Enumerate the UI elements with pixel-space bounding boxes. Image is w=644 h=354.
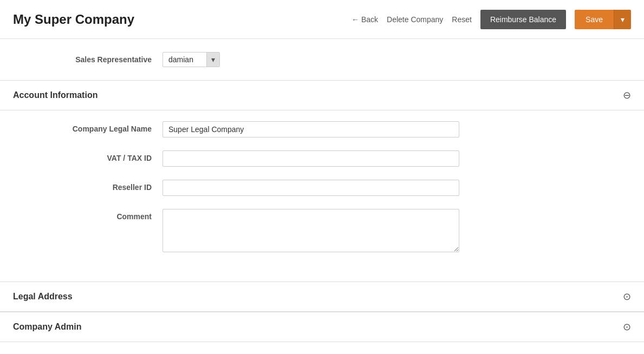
- comment-row: Comment: [54, 209, 590, 252]
- company-legal-name-input[interactable]: [162, 121, 459, 137]
- legal-address-section: Legal Address ⊙: [0, 281, 644, 312]
- sales-rep-label: Sales Representative: [54, 55, 152, 64]
- legal-address-toggle-icon: ⊙: [623, 291, 631, 303]
- sales-rep-value: damian: [163, 53, 206, 67]
- sales-rep-select[interactable]: damian ▾: [162, 52, 220, 67]
- header-actions: ← Back Delete Company Reset Reimburse Ba…: [352, 10, 631, 29]
- back-arrow-icon: ←: [352, 15, 359, 24]
- account-info-toggle-icon: ⊖: [623, 89, 631, 101]
- chevron-down-icon[interactable]: ▾: [206, 53, 219, 67]
- company-legal-name-row: Company Legal Name: [54, 121, 590, 137]
- page-title: My Super Company: [13, 12, 352, 27]
- account-info-title: Account Information: [13, 90, 97, 100]
- reseller-id-label: Reseller ID: [54, 180, 152, 192]
- reseller-id-input[interactable]: [162, 180, 459, 196]
- vat-tax-id-row: VAT / TAX ID: [54, 150, 590, 167]
- legal-address-title: Legal Address: [13, 292, 73, 301]
- sales-rep-row: Sales Representative damian ▾: [0, 39, 644, 80]
- main-content: Sales Representative damian ▾ Account In…: [0, 39, 644, 342]
- save-button-group: Save ▾: [575, 10, 631, 29]
- save-dropdown-icon: ▾: [621, 15, 625, 24]
- save-button[interactable]: Save: [575, 10, 614, 29]
- header: My Super Company ← Back Delete Company R…: [0, 0, 644, 39]
- company-admin-section-header[interactable]: Company Admin ⊙: [0, 312, 644, 342]
- reset-button[interactable]: Reset: [452, 15, 472, 24]
- reimburse-balance-button[interactable]: Reimburse Balance: [480, 10, 566, 29]
- legal-address-section-header[interactable]: Legal Address ⊙: [0, 282, 644, 312]
- vat-tax-id-label: VAT / TAX ID: [54, 150, 152, 162]
- save-dropdown-button[interactable]: ▾: [614, 10, 631, 29]
- reseller-id-row: Reseller ID: [54, 180, 590, 196]
- company-admin-title: Company Admin: [13, 322, 82, 332]
- account-info-section-header[interactable]: Account Information ⊖: [0, 81, 644, 110]
- company-legal-name-label: Company Legal Name: [54, 121, 152, 133]
- back-button[interactable]: ← Back: [352, 15, 378, 24]
- account-info-fields: Company Legal Name VAT / TAX ID Reseller…: [0, 110, 644, 281]
- comment-label: Comment: [54, 209, 152, 221]
- back-label: Back: [361, 15, 378, 24]
- company-admin-section: Company Admin ⊙: [0, 312, 644, 342]
- company-admin-toggle-icon: ⊙: [623, 321, 631, 333]
- vat-tax-id-input[interactable]: [162, 150, 459, 167]
- comment-textarea[interactable]: [162, 209, 459, 252]
- delete-company-button[interactable]: Delete Company: [387, 15, 443, 24]
